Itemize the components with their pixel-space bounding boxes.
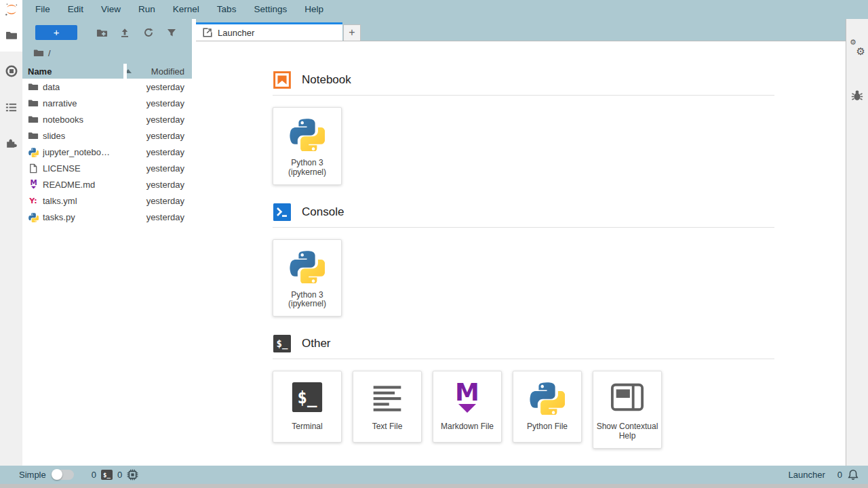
section-title: Other (302, 337, 331, 350)
status-right: Launcher 0 (789, 469, 859, 481)
section-header: Console (273, 203, 774, 222)
folder-icon (28, 98, 39, 108)
sidebar-item-running-kernels[interactable] (0, 55, 22, 87)
card-label: Python File (527, 422, 568, 432)
sidebar-item-table-of-contents[interactable] (0, 91, 22, 123)
svg-text:$_: $_ (277, 338, 288, 350)
launcher-card-notebook-python3[interactable]: Python 3 (ipykernel) (273, 107, 342, 185)
file-row[interactable]: tasks.py yesterday (22, 209, 192, 225)
file-row[interactable]: Y: talks.yml yesterday (22, 192, 192, 209)
new-folder-button[interactable] (92, 24, 111, 41)
notifications-button[interactable] (848, 469, 859, 481)
menu-tabs[interactable]: Tabs (208, 0, 245, 19)
section-divider (273, 227, 774, 228)
upload-button[interactable] (115, 24, 134, 41)
file-modified: yesterday (146, 163, 184, 174)
toggle-knob (52, 469, 62, 480)
menu-bar: File Edit View Run Kernel Tabs Settings … (0, 0, 868, 19)
new-tab-button[interactable]: + (343, 24, 361, 41)
file-name: LICENSE (43, 163, 81, 174)
console-icon (273, 203, 292, 222)
terminals-kernels-indicator[interactable]: 0 $_ 0 (92, 469, 138, 481)
launcher-card-python-file[interactable]: Python File (513, 371, 582, 443)
file-name: tasks.py (43, 212, 75, 222)
file-row[interactable]: data yesterday (22, 79, 192, 95)
kernel-chip-icon (127, 469, 138, 481)
card-row: Python 3 (ipykernel) (273, 107, 774, 185)
terminal-icon: $_ (101, 470, 113, 480)
menu-view[interactable]: View (92, 0, 130, 19)
card-label: Show Contextual Help (596, 422, 658, 441)
tab-launcher[interactable]: Launcher (196, 22, 342, 41)
card-label: Markdown File (441, 422, 494, 432)
new-folder-icon (96, 27, 108, 39)
bug-icon (851, 89, 863, 101)
sidebar-item-file-browser[interactable] (0, 19, 22, 52)
launcher-card-terminal[interactable]: $_ Terminal (273, 371, 342, 443)
column-resize-handle[interactable] (123, 64, 127, 79)
folder-icon (28, 81, 39, 92)
file-row[interactable]: LICENSE yesterday (22, 160, 192, 176)
terminals-count: 0 (92, 470, 96, 480)
card-row: Python 3 (ipykernel) (273, 239, 774, 317)
home-folder-icon[interactable] (33, 47, 44, 58)
file-name: slides (43, 131, 65, 141)
file-name: notebooks (43, 115, 83, 125)
launcher-card-text-file[interactable]: Text File (353, 371, 422, 443)
file-list-header: Name Modified (22, 64, 192, 79)
column-header-modified[interactable]: Modified (151, 66, 184, 77)
yaml-file-icon: Y: (28, 196, 39, 205)
menu-settings[interactable]: Settings (245, 0, 296, 19)
text-file-icon (371, 381, 403, 413)
breadcrumb-root[interactable]: / (48, 48, 51, 58)
contextual-help-icon (610, 382, 644, 412)
file-modified: yesterday (146, 196, 184, 206)
tab-bar: Launcher + (196, 19, 846, 41)
file-row[interactable]: jupyter_notebo… yesterday (22, 144, 192, 160)
launcher-card-console-python3[interactable]: Python 3 (ipykernel) (273, 239, 342, 317)
file-icon (28, 163, 38, 174)
file-browser-chrome: + (22, 19, 192, 79)
upload-icon (119, 27, 130, 38)
svg-text:$_: $_ (298, 388, 317, 407)
file-row[interactable]: notebooks yesterday (22, 111, 192, 127)
card-label: Terminal (292, 422, 322, 432)
card-label: Text File (372, 422, 403, 432)
status-bar: Simple 0 $_ 0 Launcher (0, 466, 868, 484)
python-file-icon (28, 212, 39, 222)
file-modified: yesterday (146, 98, 184, 108)
simple-mode-toggle[interactable] (52, 470, 74, 480)
filter-button[interactable] (162, 24, 181, 41)
file-modified: yesterday (146, 82, 184, 92)
jupyter-logo-icon (4, 2, 19, 17)
property-inspector-icon: ⚙⚙ (850, 40, 865, 55)
launcher-card-contextual-help[interactable]: Show Contextual Help (593, 371, 662, 449)
launcher-icon (203, 28, 212, 37)
tab-label: Launcher (218, 28, 254, 38)
notifications-count: 0 (837, 470, 842, 480)
python-file-icon (28, 147, 39, 157)
sidebar-item-debugger[interactable] (846, 77, 868, 113)
column-header-name[interactable]: Name (28, 66, 52, 77)
python-logo-icon (290, 248, 325, 283)
file-row[interactable]: narrative yesterday (22, 95, 192, 111)
filter-icon (166, 27, 177, 38)
refresh-button[interactable] (139, 24, 158, 41)
refresh-icon (143, 27, 154, 38)
section-divider (273, 359, 774, 359)
menu-help[interactable]: Help (296, 0, 332, 19)
markdown-icon: M (450, 380, 485, 415)
menu-run[interactable]: Run (130, 0, 164, 19)
menu-edit[interactable]: Edit (59, 0, 92, 19)
file-row[interactable]: M README.md yesterday (22, 176, 192, 192)
sidebar-item-property-inspector[interactable]: ⚙⚙ (846, 30, 868, 65)
sidebar-item-extensions[interactable] (0, 127, 22, 159)
file-name: narrative (43, 98, 77, 108)
menu-file[interactable]: File (26, 0, 59, 19)
svg-text:M: M (30, 179, 37, 186)
folder-icon (28, 114, 39, 125)
file-row[interactable]: slides yesterday (22, 127, 192, 144)
new-launcher-button[interactable]: + (35, 25, 77, 40)
launcher-card-markdown-file[interactable]: M Markdown File (433, 371, 502, 443)
menu-kernel[interactable]: Kernel (164, 0, 208, 19)
